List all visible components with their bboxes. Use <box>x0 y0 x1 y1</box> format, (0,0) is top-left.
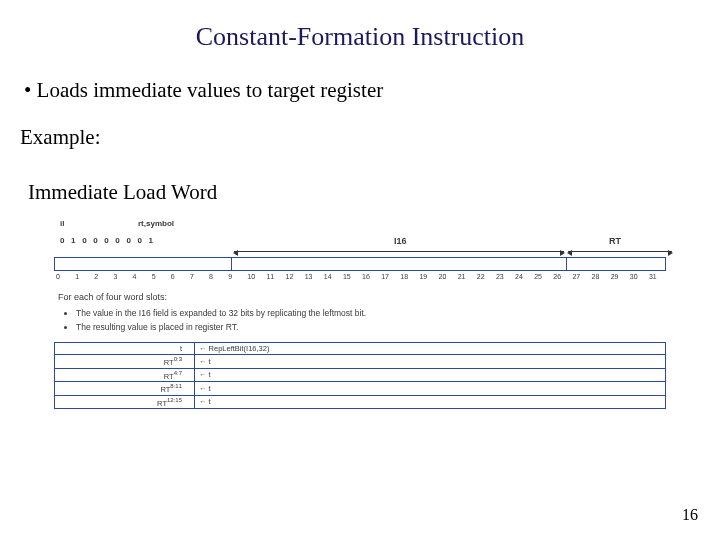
bit-number: 22 <box>475 273 494 280</box>
bit-numbers: 0123456789101112131415161718192021222324… <box>54 273 666 280</box>
bit-number: 29 <box>609 273 628 280</box>
field-label-i16: I16 <box>394 236 407 246</box>
bit-number: 21 <box>456 273 475 280</box>
bit-number: 28 <box>590 273 609 280</box>
bit-number: 1 <box>73 273 92 280</box>
rhs-cell: ← t <box>195 395 666 409</box>
bit-number: 16 <box>360 273 379 280</box>
lhs-cell: RT12:15 <box>55 395 195 409</box>
bit-number: 31 <box>647 273 666 280</box>
span-arrow-i16 <box>234 251 564 255</box>
bit-number: 3 <box>111 273 130 280</box>
bit-number: 6 <box>169 273 188 280</box>
lhs-cell: RT4:7 <box>55 368 195 382</box>
pseudocode-table: t← RepLeftBit(I16,32)RT0:3← tRT4:7← tRT8… <box>54 342 666 409</box>
desc-item: The value in the I16 field is expanded t… <box>76 308 666 318</box>
bit-number: 15 <box>341 273 360 280</box>
table-row: t← RepLeftBit(I16,32) <box>55 343 666 355</box>
bit-number: 9 <box>226 273 245 280</box>
bit-number: 20 <box>437 273 456 280</box>
bit-number: 14 <box>322 273 341 280</box>
bit-number: 12 <box>284 273 303 280</box>
table-row: RT8:11← t <box>55 382 666 396</box>
bit-number: 7 <box>188 273 207 280</box>
rhs-cell: ← t <box>195 355 666 369</box>
bit-number: 23 <box>494 273 513 280</box>
page-number: 16 <box>682 506 698 524</box>
table-row: RT0:3← t <box>55 355 666 369</box>
example-label: Example: <box>20 125 702 150</box>
slide-title: Constant-Formation Instruction <box>18 22 702 52</box>
rhs-cell: ← RepLeftBit(I16,32) <box>195 343 666 355</box>
bit-number: 26 <box>551 273 570 280</box>
bit-number: 18 <box>398 273 417 280</box>
rhs-cell: ← t <box>195 382 666 396</box>
instruction-diagram: il rt,symbol 0 1 0 0 0 0 0 0 1 I16 RT 01… <box>54 219 666 409</box>
bit-number: 11 <box>264 273 283 280</box>
opcode-bits: 0 1 0 0 0 0 0 0 1 <box>60 236 155 245</box>
desc-intro: For each of four word slots: <box>58 292 666 302</box>
bit-number: 2 <box>92 273 111 280</box>
bit-number: 24 <box>513 273 532 280</box>
rhs-cell: ← t <box>195 368 666 382</box>
bit-number: 0 <box>54 273 73 280</box>
bit-number: 8 <box>207 273 226 280</box>
bullet-loads-immediate: Loads immediate values to target registe… <box>24 78 702 103</box>
table-row: RT12:15← t <box>55 395 666 409</box>
subheading: Immediate Load Word <box>28 180 702 205</box>
table-row: RT4:7← t <box>55 368 666 382</box>
lhs-cell: RT0:3 <box>55 355 195 369</box>
bit-number: 19 <box>417 273 436 280</box>
bit-number: 4 <box>131 273 150 280</box>
bit-number: 17 <box>379 273 398 280</box>
bitfield-box <box>54 257 666 271</box>
lhs-cell: t <box>55 343 195 355</box>
operand-syntax: rt,symbol <box>138 219 174 228</box>
bit-number: 30 <box>628 273 647 280</box>
mnemonic: il <box>60 219 138 228</box>
field-label-rt: RT <box>609 236 621 246</box>
bit-number: 5 <box>150 273 169 280</box>
bit-number: 10 <box>245 273 264 280</box>
bit-number: 13 <box>303 273 322 280</box>
span-arrow-rt <box>568 251 672 255</box>
bit-number: 25 <box>532 273 551 280</box>
bit-number: 27 <box>570 273 589 280</box>
lhs-cell: RT8:11 <box>55 382 195 396</box>
desc-item: The resulting value is placed in registe… <box>76 322 666 332</box>
